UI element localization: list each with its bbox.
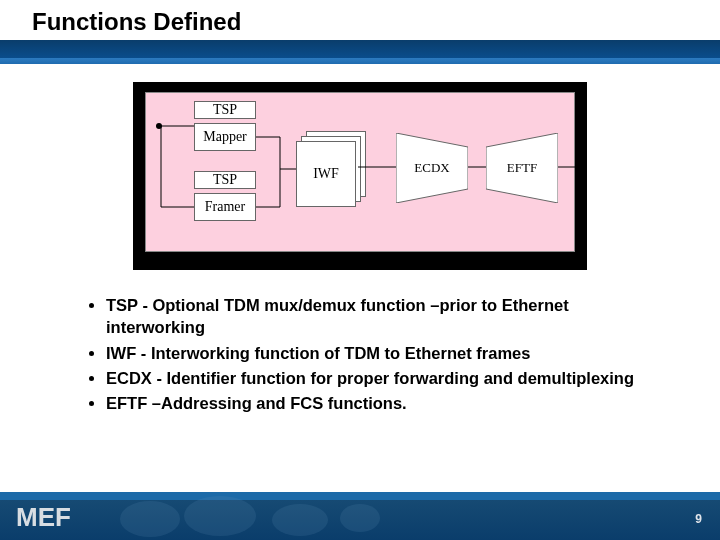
tsp-box-2: TSP — [194, 171, 256, 189]
svg-point-8 — [340, 504, 380, 532]
bullet-ecdx: ECDX - Identifier function for proper fo… — [106, 367, 670, 389]
diagram-frame: TSP Mapper TSP Framer IWF — [133, 82, 587, 270]
world-map-icon — [110, 494, 390, 540]
diagram-container: TSP Mapper TSP Framer IWF — [50, 82, 670, 270]
svg-point-7 — [272, 504, 328, 536]
page-number: 9 — [695, 512, 702, 526]
bullet-iwf: IWF - Interworking function of TDM to Et… — [106, 342, 670, 364]
connector-lines-left — [160, 123, 196, 213]
connector-iwf-ecdx — [358, 165, 398, 169]
bullet-tsp: TSP - Optional TDM mux/demux function –p… — [106, 294, 670, 339]
mef-logo: MEF — [16, 502, 71, 533]
connector-ecdx-eftf — [468, 165, 488, 169]
svg-point-6 — [184, 496, 256, 536]
slide-content: TSP Mapper TSP Framer IWF — [0, 64, 720, 414]
framer-box: Framer — [194, 193, 256, 221]
header-accent-bars — [0, 40, 720, 64]
page-title: Functions Defined — [32, 8, 241, 36]
tsp-box-1: TSP — [194, 101, 256, 119]
slide-footer: MEF 9 — [0, 492, 720, 540]
mapper-box: Mapper — [194, 123, 256, 151]
connector-lines-mid — [256, 133, 300, 213]
iwf-box: IWF — [296, 141, 356, 207]
ecdx-label: ECDX — [396, 133, 468, 203]
svg-point-5 — [120, 501, 180, 537]
bullet-list: TSP - Optional TDM mux/demux function –p… — [50, 294, 670, 414]
eftf-box: EFTF — [486, 133, 558, 207]
functions-diagram: TSP Mapper TSP Framer IWF — [145, 92, 575, 252]
slide-header: Functions Defined — [0, 0, 720, 64]
ecdx-box: ECDX — [396, 133, 468, 207]
connector-output — [558, 165, 576, 169]
bullet-eftf: EFTF –Addressing and FCS functions. — [106, 392, 670, 414]
eftf-label: EFTF — [486, 133, 558, 203]
iwf-stack: IWF — [296, 131, 362, 205]
